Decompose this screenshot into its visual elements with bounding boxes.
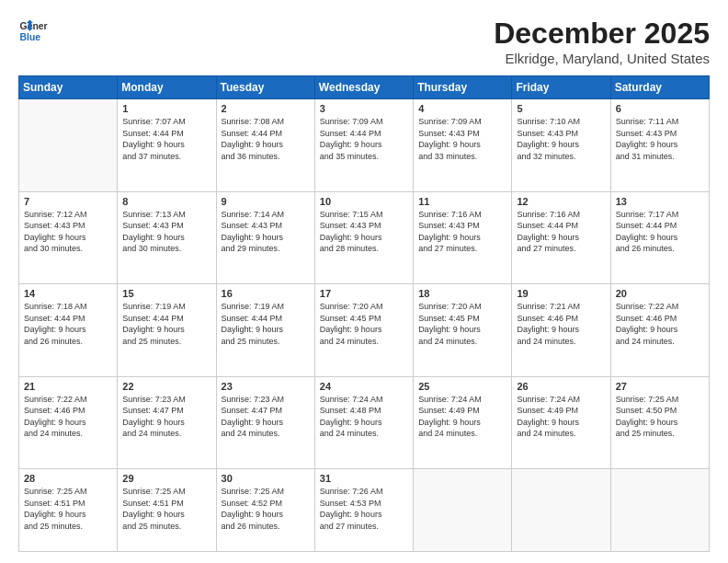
day-info: Sunrise: 7:12 AMSunset: 4:43 PMDaylight:… [24, 209, 112, 255]
calendar: SundayMondayTuesdayWednesdayThursdayFrid… [18, 75, 710, 552]
week-row-5: 28Sunrise: 7:25 AMSunset: 4:51 PMDayligh… [19, 469, 710, 552]
day-info: Sunrise: 7:19 AMSunset: 4:44 PMDaylight:… [122, 301, 210, 347]
day-info: Sunrise: 7:22 AMSunset: 4:46 PMDaylight:… [616, 301, 704, 347]
calendar-cell: 23Sunrise: 7:23 AMSunset: 4:47 PMDayligh… [216, 376, 314, 469]
main-title: December 2025 [494, 17, 710, 51]
day-info: Sunrise: 7:21 AMSunset: 4:46 PMDaylight:… [517, 301, 605, 347]
day-number: 16 [222, 288, 310, 299]
calendar-cell: 13Sunrise: 7:17 AMSunset: 4:44 PMDayligh… [610, 191, 709, 284]
week-row-2: 7Sunrise: 7:12 AMSunset: 4:43 PMDaylight… [19, 191, 710, 284]
day-number: 6 [616, 103, 704, 114]
calendar-cell: 12Sunrise: 7:16 AMSunset: 4:44 PMDayligh… [512, 191, 610, 284]
day-info: Sunrise: 7:07 AMSunset: 4:44 PMDaylight:… [122, 116, 210, 162]
calendar-cell: 20Sunrise: 7:22 AMSunset: 4:46 PMDayligh… [610, 284, 709, 377]
calendar-cell: 15Sunrise: 7:19 AMSunset: 4:44 PMDayligh… [118, 284, 216, 377]
day-number: 30 [222, 473, 310, 484]
calendar-cell: 8Sunrise: 7:13 AMSunset: 4:43 PMDaylight… [118, 191, 216, 284]
day-info: Sunrise: 7:13 AMSunset: 4:43 PMDaylight:… [122, 209, 210, 255]
day-number: 17 [320, 288, 408, 299]
header: General Blue December 2025 Elkridge, Mar… [18, 17, 710, 66]
logo: General Blue [18, 17, 48, 46]
day-info: Sunrise: 7:09 AMSunset: 4:44 PMDaylight:… [320, 116, 408, 162]
calendar-cell: 27Sunrise: 7:25 AMSunset: 4:50 PMDayligh… [610, 376, 709, 469]
subtitle: Elkridge, Maryland, United States [494, 51, 710, 66]
calendar-cell: 2Sunrise: 7:08 AMSunset: 4:44 PMDaylight… [216, 99, 314, 192]
day-number: 26 [517, 381, 605, 392]
day-number: 8 [122, 196, 210, 207]
day-info: Sunrise: 7:10 AMSunset: 4:43 PMDaylight:… [517, 116, 605, 162]
day-info: Sunrise: 7:15 AMSunset: 4:43 PMDaylight:… [320, 209, 408, 255]
calendar-cell: 9Sunrise: 7:14 AMSunset: 4:43 PMDaylight… [216, 191, 314, 284]
calendar-cell [19, 99, 118, 192]
calendar-cell [512, 469, 610, 552]
calendar-cell: 17Sunrise: 7:20 AMSunset: 4:45 PMDayligh… [314, 284, 413, 377]
svg-text:General: General [20, 21, 48, 31]
day-info: Sunrise: 7:25 AMSunset: 4:51 PMDaylight:… [24, 486, 112, 532]
calendar-cell: 29Sunrise: 7:25 AMSunset: 4:51 PMDayligh… [118, 469, 216, 552]
weekday-header-tuesday: Tuesday [216, 76, 314, 99]
page: General Blue December 2025 Elkridge, Mar… [0, 0, 728, 563]
calendar-cell: 16Sunrise: 7:19 AMSunset: 4:44 PMDayligh… [216, 284, 314, 377]
calendar-cell [610, 469, 709, 552]
day-info: Sunrise: 7:26 AMSunset: 4:53 PMDaylight:… [320, 486, 408, 532]
week-row-4: 21Sunrise: 7:22 AMSunset: 4:46 PMDayligh… [19, 376, 710, 469]
logo-icon: General Blue [18, 17, 48, 46]
day-number: 29 [122, 473, 210, 484]
day-number: 21 [24, 381, 112, 392]
day-number: 23 [222, 381, 310, 392]
calendar-cell: 4Sunrise: 7:09 AMSunset: 4:43 PMDaylight… [414, 99, 512, 192]
calendar-cell: 21Sunrise: 7:22 AMSunset: 4:46 PMDayligh… [19, 376, 118, 469]
day-info: Sunrise: 7:08 AMSunset: 4:44 PMDaylight:… [222, 116, 310, 162]
day-info: Sunrise: 7:20 AMSunset: 4:45 PMDaylight:… [320, 301, 408, 347]
day-info: Sunrise: 7:20 AMSunset: 4:45 PMDaylight:… [418, 301, 506, 347]
weekday-header-friday: Friday [512, 76, 610, 99]
day-info: Sunrise: 7:24 AMSunset: 4:48 PMDaylight:… [320, 394, 408, 440]
day-number: 2 [222, 103, 310, 114]
calendar-cell: 1Sunrise: 7:07 AMSunset: 4:44 PMDaylight… [118, 99, 216, 192]
calendar-cell: 24Sunrise: 7:24 AMSunset: 4:48 PMDayligh… [314, 376, 413, 469]
calendar-cell: 7Sunrise: 7:12 AMSunset: 4:43 PMDaylight… [19, 191, 118, 284]
day-number: 9 [222, 196, 310, 207]
day-number: 31 [320, 473, 408, 484]
calendar-cell: 22Sunrise: 7:23 AMSunset: 4:47 PMDayligh… [118, 376, 216, 469]
day-number: 20 [616, 288, 704, 299]
day-number: 3 [320, 103, 408, 114]
title-block: December 2025 Elkridge, Maryland, United… [494, 17, 710, 66]
calendar-cell: 6Sunrise: 7:11 AMSunset: 4:43 PMDaylight… [610, 99, 709, 192]
weekday-header-wednesday: Wednesday [314, 76, 413, 99]
day-number: 11 [418, 196, 506, 207]
weekday-header-saturday: Saturday [610, 76, 709, 99]
calendar-cell: 31Sunrise: 7:26 AMSunset: 4:53 PMDayligh… [314, 469, 413, 552]
week-row-1: 1Sunrise: 7:07 AMSunset: 4:44 PMDaylight… [19, 99, 710, 192]
day-number: 22 [122, 381, 210, 392]
day-number: 5 [517, 103, 605, 114]
calendar-cell: 10Sunrise: 7:15 AMSunset: 4:43 PMDayligh… [314, 191, 413, 284]
weekday-header-row: SundayMondayTuesdayWednesdayThursdayFrid… [19, 76, 710, 99]
day-number: 14 [24, 288, 112, 299]
day-number: 12 [517, 196, 605, 207]
calendar-cell: 18Sunrise: 7:20 AMSunset: 4:45 PMDayligh… [414, 284, 512, 377]
day-number: 25 [418, 381, 506, 392]
day-number: 10 [320, 196, 408, 207]
week-row-3: 14Sunrise: 7:18 AMSunset: 4:44 PMDayligh… [19, 284, 710, 377]
weekday-header-thursday: Thursday [414, 76, 512, 99]
calendar-cell [414, 469, 512, 552]
day-info: Sunrise: 7:25 AMSunset: 4:50 PMDaylight:… [616, 394, 704, 440]
day-info: Sunrise: 7:17 AMSunset: 4:44 PMDaylight:… [616, 209, 704, 255]
day-info: Sunrise: 7:25 AMSunset: 4:52 PMDaylight:… [222, 486, 310, 532]
calendar-cell: 28Sunrise: 7:25 AMSunset: 4:51 PMDayligh… [19, 469, 118, 552]
day-info: Sunrise: 7:11 AMSunset: 4:43 PMDaylight:… [616, 116, 704, 162]
svg-text:Blue: Blue [20, 32, 41, 42]
day-info: Sunrise: 7:14 AMSunset: 4:43 PMDaylight:… [222, 209, 310, 255]
day-info: Sunrise: 7:18 AMSunset: 4:44 PMDaylight:… [24, 301, 112, 347]
day-info: Sunrise: 7:19 AMSunset: 4:44 PMDaylight:… [222, 301, 310, 347]
day-number: 27 [616, 381, 704, 392]
day-number: 1 [122, 103, 210, 114]
day-number: 19 [517, 288, 605, 299]
day-info: Sunrise: 7:25 AMSunset: 4:51 PMDaylight:… [122, 486, 210, 532]
weekday-header-monday: Monday [118, 76, 216, 99]
day-info: Sunrise: 7:09 AMSunset: 4:43 PMDaylight:… [418, 116, 506, 162]
day-info: Sunrise: 7:16 AMSunset: 4:44 PMDaylight:… [517, 209, 605, 255]
calendar-cell: 19Sunrise: 7:21 AMSunset: 4:46 PMDayligh… [512, 284, 610, 377]
day-number: 13 [616, 196, 704, 207]
